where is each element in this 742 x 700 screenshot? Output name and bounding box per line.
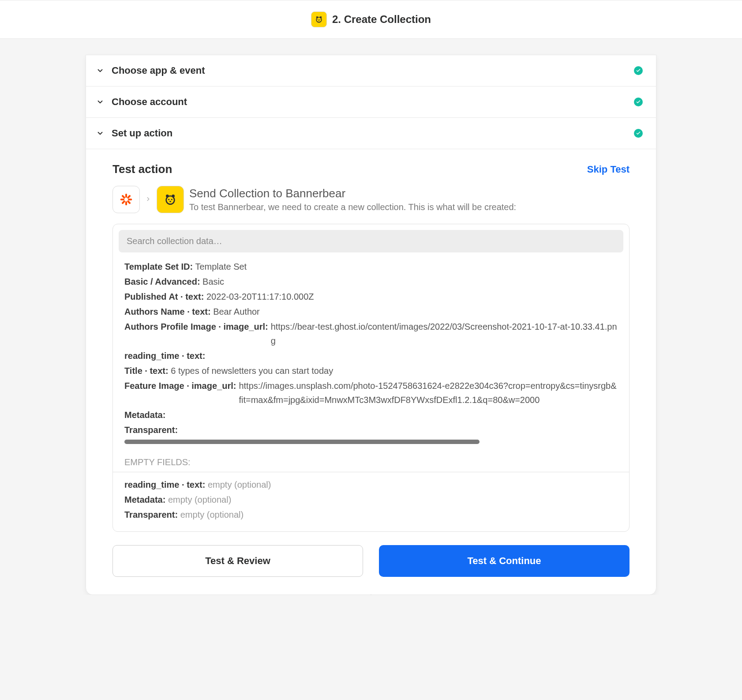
svg-point-16 <box>166 196 175 204</box>
svg-point-2 <box>316 17 322 23</box>
section-setup-action[interactable]: Set up action <box>86 118 656 149</box>
collection-data-panel: Template Set ID: Template Set Basic / Ad… <box>112 224 630 532</box>
svg-rect-12 <box>121 195 125 199</box>
section-label: Set up action <box>112 128 634 139</box>
data-row: Basic / Advanced: Basic <box>124 275 618 289</box>
data-row: Published At · text: 2022-03-20T11:17:10… <box>124 290 618 304</box>
zapier-icon <box>112 186 140 213</box>
data-row: Title · text: 6 types of newsletters you… <box>124 364 618 378</box>
data-row: Transparent: empty (optional) <box>124 508 618 522</box>
flow-title: Send Collection to Bannerbear <box>189 187 630 200</box>
flow-description: To test Bannerbear, we need to create a … <box>189 202 630 212</box>
svg-rect-13 <box>127 200 131 204</box>
check-icon <box>634 129 643 138</box>
test-action-section: Test action Skip Test <box>86 149 656 595</box>
empty-fields-header: EMPTY FIELDS: <box>113 446 629 472</box>
top-header-bar: 2. Create Collection <box>0 0 742 39</box>
chevron-down-icon <box>96 98 105 106</box>
chevron-down-icon <box>96 66 105 75</box>
bannerbear-icon <box>157 186 184 213</box>
skip-test-link[interactable]: Skip Test <box>587 164 630 175</box>
test-action-title: Test action <box>112 162 172 176</box>
svg-point-5 <box>319 20 320 21</box>
data-row: Metadata: empty (optional) <box>124 493 618 507</box>
data-row: Transparent: <box>124 423 618 437</box>
svg-point-4 <box>319 19 320 20</box>
svg-point-3 <box>318 19 319 20</box>
scrollbar-thumb[interactable] <box>124 440 480 444</box>
test-continue-button[interactable]: Test & Continue <box>379 545 630 577</box>
svg-point-19 <box>169 201 171 202</box>
chevron-down-icon <box>96 129 105 138</box>
data-row: Template Set ID: Template Set <box>124 260 618 274</box>
data-row: reading_time · text: empty (optional) <box>124 478 618 492</box>
check-icon <box>634 98 643 106</box>
check-icon <box>634 66 643 75</box>
data-row: reading_time · text: <box>124 349 618 363</box>
section-label: Choose app & event <box>112 65 634 76</box>
data-row: Feature Image · image_url: https://image… <box>124 379 618 407</box>
data-row: Authors Name · text: Bear Author <box>124 305 618 319</box>
chevron-right-icon <box>145 195 151 204</box>
svg-rect-6 <box>125 194 127 198</box>
section-choose-app[interactable]: Choose app & event <box>86 55 656 87</box>
svg-rect-10 <box>127 195 131 199</box>
svg-point-17 <box>168 199 169 200</box>
search-box <box>119 230 623 252</box>
search-input[interactable] <box>127 236 615 246</box>
test-review-button[interactable]: Test & Review <box>112 545 363 577</box>
step-card: Choose app & event Choose account Set up… <box>86 55 656 595</box>
svg-point-18 <box>171 199 172 200</box>
page-title: 2. Create Collection <box>332 13 431 26</box>
svg-rect-7 <box>125 201 127 205</box>
svg-rect-11 <box>121 200 125 204</box>
connector-line <box>371 595 371 595</box>
section-label: Choose account <box>112 96 634 108</box>
svg-rect-9 <box>128 199 132 200</box>
section-choose-account[interactable]: Choose account <box>86 87 656 118</box>
svg-rect-8 <box>120 199 124 200</box>
bannerbear-icon <box>311 11 327 27</box>
data-row: Authors Profile Image · image_url: https… <box>124 320 618 348</box>
data-row: Metadata: <box>124 408 618 422</box>
